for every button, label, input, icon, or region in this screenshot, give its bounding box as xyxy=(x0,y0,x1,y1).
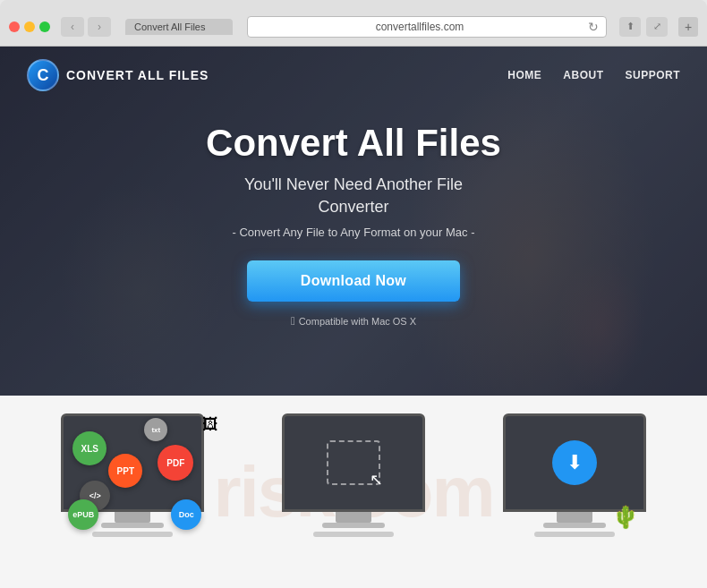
txt-badge: txt xyxy=(144,418,167,441)
nav-support[interactable]: SUPPORT xyxy=(625,69,680,81)
hero-subtitle: You'll Never Need Another FileConverter xyxy=(36,174,671,218)
monitor-2: ↖ xyxy=(282,413,425,537)
selection-box-container: ↖ xyxy=(327,440,380,485)
feature-download: ⬇ 🌵 xyxy=(468,413,680,537)
monitor-stand-3 xyxy=(557,512,592,523)
feature-formats: XLS PPT PDF </> ePUB Doc txt xyxy=(27,413,239,537)
cactus-icon: 🌵 xyxy=(612,505,639,530)
monitor-screen-2: ↖ xyxy=(282,413,425,512)
download-circle: ⬇ xyxy=(552,440,597,485)
navbar: C CONVERT ALL FILES HOME ABOUT SUPPORT xyxy=(0,47,707,104)
hero-title: Convert All Files xyxy=(36,122,671,165)
browser-tab[interactable]: Convert All Files xyxy=(125,19,233,35)
xls-badge: XLS xyxy=(72,431,106,465)
doc-badge: Doc xyxy=(171,499,201,530)
tab-label: Convert All Files xyxy=(134,21,205,32)
forward-button[interactable]: › xyxy=(88,17,111,37)
features-section: risk.com XLS PPT PDF </> e xyxy=(0,396,707,588)
monitor-screen-1: XLS PPT PDF </> ePUB Doc txt xyxy=(61,413,204,512)
traffic-lights xyxy=(9,21,50,32)
keyboard-2 xyxy=(313,532,394,537)
compat-label: Compatible with Mac OS X xyxy=(299,316,416,327)
logo-icon: C xyxy=(27,59,59,91)
monitor-3: ⬇ 🌵 xyxy=(503,413,646,537)
apple-icon:  xyxy=(291,314,295,328)
close-button[interactable] xyxy=(9,21,20,32)
feature-convert: ↖ xyxy=(248,413,460,537)
hero-tagline: - Convert Any File to Any Format on your… xyxy=(36,226,671,239)
keyboard-3 xyxy=(534,532,615,537)
monitor-base-1 xyxy=(101,523,164,528)
dashed-selection: ↖ xyxy=(327,440,380,485)
back-button[interactable]: ‹ xyxy=(61,17,84,37)
keyboard-1 xyxy=(92,532,173,537)
nav-buttons: ‹ › xyxy=(61,17,111,37)
minimize-button[interactable] xyxy=(24,21,35,32)
epub-badge: ePUB xyxy=(68,499,98,530)
file-icons: XLS PPT PDF </> ePUB Doc txt xyxy=(64,413,201,512)
address-bar[interactable]: convertallfiles.com ↻ xyxy=(247,16,607,38)
hero-content: Convert All Files You'll Never Need Anot… xyxy=(0,104,707,345)
download-button[interactable]: Download Now xyxy=(247,260,460,302)
download-arrow-icon: ⬇ xyxy=(566,451,583,474)
hero-section: C CONVERT ALL FILES HOME ABOUT SUPPORT C… xyxy=(0,47,707,396)
nav-home[interactable]: HOME xyxy=(507,69,541,81)
cursor-icon: ↖ xyxy=(370,472,383,488)
address-text: convertallfiles.com xyxy=(255,21,584,33)
add-tab-button[interactable]: + xyxy=(678,17,698,37)
share-icon[interactable]: ⬆ xyxy=(619,17,641,37)
monitor-stand-2 xyxy=(336,512,371,523)
compat-text:  Compatible with Mac OS X xyxy=(36,314,671,328)
nav-links: HOME ABOUT SUPPORT xyxy=(507,69,680,81)
ppt-badge: PPT xyxy=(108,454,142,488)
img-badge: 🖼 xyxy=(202,415,218,434)
monitor-screen-3: ⬇ xyxy=(503,413,646,512)
toolbar-icons: ⬆ ⤢ xyxy=(619,17,668,37)
fullscreen-icon[interactable]: ⤢ xyxy=(646,17,668,37)
monitor-base-3 xyxy=(543,523,606,528)
monitor-stand-1 xyxy=(115,512,150,523)
monitor-base-2 xyxy=(322,523,385,528)
logo[interactable]: C CONVERT ALL FILES xyxy=(27,59,209,91)
browser-chrome: ‹ › Convert All Files convertallfiles.co… xyxy=(0,0,707,47)
pdf-badge: PDF xyxy=(158,445,193,481)
maximize-button[interactable] xyxy=(39,21,50,32)
logo-text: CONVERT ALL FILES xyxy=(66,68,209,82)
monitor-1: XLS PPT PDF </> ePUB Doc txt xyxy=(61,413,204,537)
page-content: C CONVERT ALL FILES HOME ABOUT SUPPORT C… xyxy=(0,47,707,588)
reload-icon[interactable]: ↻ xyxy=(588,20,599,34)
nav-about[interactable]: ABOUT xyxy=(563,69,603,81)
